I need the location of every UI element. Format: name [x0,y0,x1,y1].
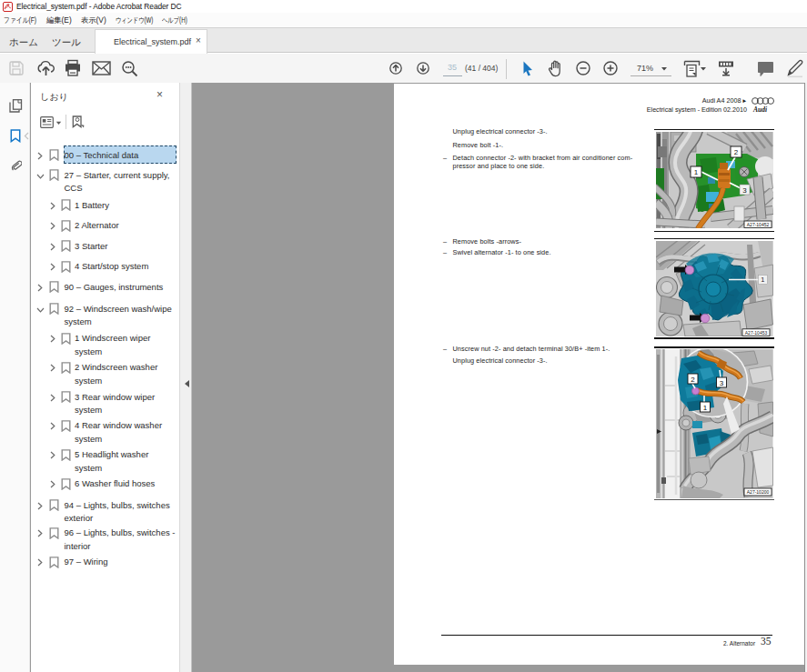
svg-text:2: 2 [691,376,695,384]
svg-text:A27-10452: A27-10452 [747,222,770,227]
svg-text:2: 2 [734,148,739,156]
svg-text:A27-10200: A27-10200 [747,489,770,495]
svg-text:3: 3 [720,379,724,387]
svg-text:3: 3 [742,186,747,194]
svg-text:1: 1 [694,168,699,176]
svg-text:1: 1 [761,276,764,284]
svg-text:A27-10453: A27-10453 [745,329,768,335]
svg-text:1: 1 [703,404,708,412]
